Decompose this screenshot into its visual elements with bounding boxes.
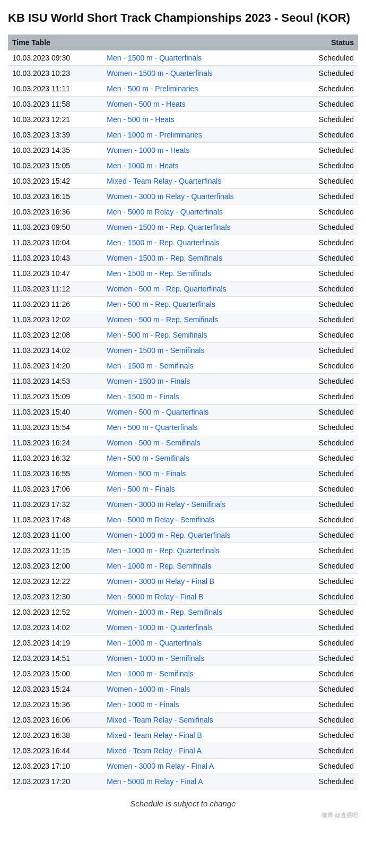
event-time: 12.03.2023 16:38 <box>8 727 102 743</box>
event-name: Men - 5000 m Relay - Quarterfinals <box>102 204 295 219</box>
table-row: 11.03.2023 14:20Men - 1500 m - Semifinal… <box>8 358 358 373</box>
event-time: 11.03.2023 14:02 <box>8 342 102 358</box>
event-status: Scheduled <box>296 481 358 496</box>
table-row: 12.03.2023 14:02Women - 1000 m - Quarter… <box>8 620 358 635</box>
event-name: Men - 1500 m - Finals <box>102 389 295 404</box>
event-time: 10.03.2023 16:15 <box>8 188 102 204</box>
table-row: 11.03.2023 11:26Men - 500 m - Rep. Quart… <box>8 296 358 312</box>
event-time: 11.03.2023 14:53 <box>8 373 102 389</box>
table-row: 11.03.2023 16:24Women - 500 m - Semifina… <box>8 435 358 450</box>
event-status: Scheduled <box>296 96 358 111</box>
event-status: Scheduled <box>296 142 358 158</box>
event-status: Scheduled <box>296 604 358 620</box>
col-status: Status <box>296 35 358 50</box>
event-status: Scheduled <box>296 65 358 81</box>
event-status: Scheduled <box>296 543 358 558</box>
event-name: Mixed - Team Relay - Quarterfinals <box>102 173 295 188</box>
table-row: 11.03.2023 11:12Women - 500 m - Rep. Qua… <box>8 281 358 296</box>
event-time: 12.03.2023 17:10 <box>8 758 102 774</box>
table-row: 11.03.2023 15:54Men - 500 m - Quarterfin… <box>8 419 358 435</box>
table-row: 11.03.2023 12:02Women - 500 m - Rep. Sem… <box>8 312 358 327</box>
table-row: 11.03.2023 16:55Women - 500 m - FinalsSc… <box>8 466 358 481</box>
event-status: Scheduled <box>296 650 358 666</box>
event-name: Women - 1000 m - Rep. Quarterfinals <box>102 527 295 543</box>
event-name: Women - 500 m - Quarterfinals <box>102 404 295 419</box>
event-status: Scheduled <box>296 265 358 281</box>
event-name: Women - 500 m - Rep. Semifinals <box>102 312 295 327</box>
table-row: 11.03.2023 14:02Women - 1500 m - Semifin… <box>8 342 358 358</box>
event-name: Mixed - Team Relay - Final B <box>102 727 295 743</box>
table-row: 12.03.2023 12:52Women - 1000 m - Rep. Se… <box>8 604 358 620</box>
table-row: 11.03.2023 15:40Women - 500 m - Quarterf… <box>8 404 358 419</box>
table-row: 12.03.2023 12:00Men - 1000 m - Rep. Semi… <box>8 558 358 573</box>
event-name: Women - 1000 m - Rep. Semifinals <box>102 604 295 620</box>
event-status: Scheduled <box>296 389 358 404</box>
table-row: 12.03.2023 14:19Men - 1000 m - Quarterfi… <box>8 635 358 650</box>
event-time: 12.03.2023 15:24 <box>8 681 102 697</box>
event-name: Men - 1500 m - Semifinals <box>102 358 295 373</box>
event-status: Scheduled <box>296 158 358 173</box>
event-time: 12.03.2023 14:02 <box>8 620 102 635</box>
event-time: 12.03.2023 12:30 <box>8 589 102 604</box>
event-status: Scheduled <box>296 327 358 342</box>
table-row: 10.03.2023 15:05Men - 1000 m - HeatsSche… <box>8 158 358 173</box>
event-time: 10.03.2023 14:35 <box>8 142 102 158</box>
table-row: 12.03.2023 16:44Mixed - Team Relay - Fin… <box>8 743 358 758</box>
event-time: 12.03.2023 12:22 <box>8 573 102 589</box>
event-name: Women - 1000 m - Finals <box>102 681 295 697</box>
event-name: Men - 1000 m - Semifinals <box>102 666 295 681</box>
event-status: Scheduled <box>296 712 358 727</box>
table-row: 12.03.2023 12:30Men - 5000 m Relay - Fin… <box>8 589 358 604</box>
page-title: KB ISU World Short Track Championships 2… <box>8 11 358 26</box>
event-time: 11.03.2023 16:24 <box>8 435 102 450</box>
event-status: Scheduled <box>296 589 358 604</box>
table-row: 10.03.2023 16:15Women - 3000 m Relay - Q… <box>8 188 358 204</box>
event-time: 10.03.2023 11:11 <box>8 81 102 96</box>
event-status: Scheduled <box>296 235 358 250</box>
event-time: 11.03.2023 15:40 <box>8 404 102 419</box>
event-name: Men - 5000 m Relay - Semifinals <box>102 512 295 527</box>
table-row: 11.03.2023 17:06Men - 500 m - FinalsSche… <box>8 481 358 496</box>
event-name: Men - 1500 m - Rep. Semifinals <box>102 265 295 281</box>
table-row: 10.03.2023 13:39Men - 1000 m - Prelimina… <box>8 127 358 142</box>
event-status: Scheduled <box>296 219 358 235</box>
event-time: 11.03.2023 15:54 <box>8 419 102 435</box>
event-status: Scheduled <box>296 466 358 481</box>
event-name: Men - 500 m - Finals <box>102 481 295 496</box>
event-status: Scheduled <box>296 312 358 327</box>
table-row: 12.03.2023 15:24Women - 1000 m - FinalsS… <box>8 681 358 697</box>
table-row: 10.03.2023 16:36Men - 5000 m Relay - Qua… <box>8 204 358 219</box>
event-status: Scheduled <box>296 204 358 219</box>
event-name: Men - 1000 m - Rep. Semifinals <box>102 558 295 573</box>
table-row: 12.03.2023 11:15Men - 1000 m - Rep. Quar… <box>8 543 358 558</box>
event-name: Men - 5000 m Relay - Final A <box>102 774 295 789</box>
table-row: 11.03.2023 17:32Women - 3000 m Relay - S… <box>8 496 358 512</box>
event-name: Women - 1000 m - Quarterfinals <box>102 620 295 635</box>
table-row: 10.03.2023 11:58Women - 500 m - HeatsSch… <box>8 96 358 111</box>
table-row: 10.03.2023 10:23Women - 1500 m - Quarter… <box>8 65 358 81</box>
event-status: Scheduled <box>296 774 358 789</box>
event-status: Scheduled <box>296 281 358 296</box>
event-name: Mixed - Team Relay - Semifinals <box>102 712 295 727</box>
table-row: 11.03.2023 12:08Men - 500 m - Rep. Semif… <box>8 327 358 342</box>
event-time: 11.03.2023 10:47 <box>8 265 102 281</box>
event-status: Scheduled <box>296 373 358 389</box>
event-name: Women - 3000 m Relay - Final B <box>102 573 295 589</box>
event-status: Scheduled <box>296 435 358 450</box>
event-status: Scheduled <box>296 512 358 527</box>
event-status: Scheduled <box>296 404 358 419</box>
event-status: Scheduled <box>296 358 358 373</box>
event-name: Women - 1500 m - Rep. Quarterfinals <box>102 219 295 235</box>
table-row: 11.03.2023 10:47Men - 1500 m - Rep. Semi… <box>8 265 358 281</box>
event-name: Women - 1500 m - Quarterfinals <box>102 65 295 81</box>
event-name: Mixed - Team Relay - Final A <box>102 743 295 758</box>
table-row: 11.03.2023 14:53Women - 1500 m - FinalsS… <box>8 373 358 389</box>
event-status: Scheduled <box>296 620 358 635</box>
event-name: Men - 500 m - Rep. Semifinals <box>102 327 295 342</box>
event-name: Men - 500 m - Rep. Quarterfinals <box>102 296 295 312</box>
event-status: Scheduled <box>296 697 358 712</box>
event-status: Scheduled <box>296 450 358 466</box>
table-row: 12.03.2023 15:00Men - 1000 m - Semifinal… <box>8 666 358 681</box>
table-row: 12.03.2023 11:00Women - 1000 m - Rep. Qu… <box>8 527 358 543</box>
event-status: Scheduled <box>296 127 358 142</box>
